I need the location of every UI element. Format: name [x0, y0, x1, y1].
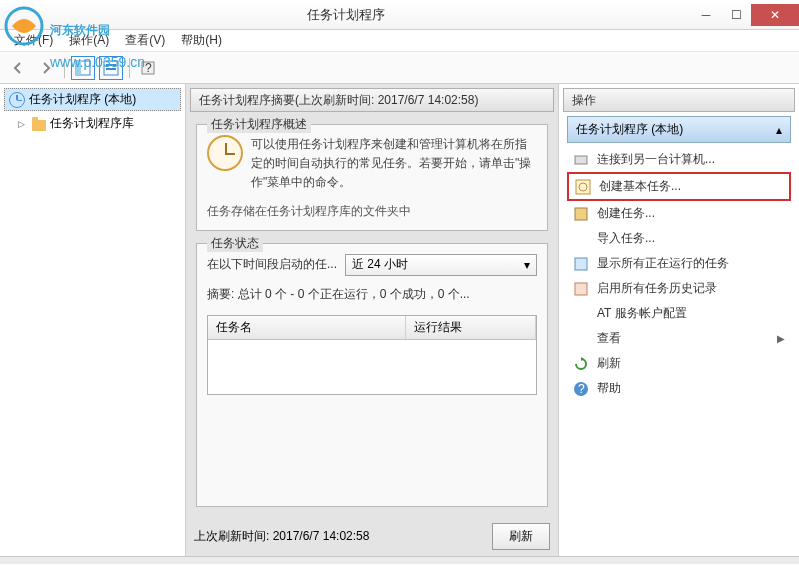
svg-rect-10 — [576, 180, 590, 194]
action-connect[interactable]: 连接到另一台计算机... — [567, 147, 791, 172]
window-title: 任务计划程序 — [0, 6, 691, 24]
menubar: 文件(F) 操作(A) 查看(V) 帮助(H) — [0, 30, 799, 52]
svg-rect-14 — [575, 283, 587, 295]
action-import-task[interactable]: 导入任务... — [567, 226, 791, 251]
refresh-row: 上次刷新时间: 2017/6/7 14:02:58 刷新 — [186, 517, 558, 556]
tree-pane: 任务计划程序 (本地) ▷ 任务计划程序库 — [0, 84, 186, 556]
clock-icon — [9, 92, 25, 108]
status-period-label: 在以下时间段启动的任... — [207, 256, 337, 273]
action-refresh[interactable]: 刷新 — [567, 351, 791, 376]
menu-action[interactable]: 操作(A) — [61, 30, 117, 51]
at-icon — [573, 306, 589, 322]
action-help[interactable]: ? 帮助 — [567, 376, 791, 401]
task-icon — [573, 206, 589, 222]
task-table: 任务名 运行结果 — [207, 315, 537, 395]
status-group: 任务状态 在以下时间段启动的任... 近 24 小时 ▾ 摘要: 总计 0 个 … — [196, 243, 548, 507]
refresh-button[interactable]: 刷新 — [492, 523, 550, 550]
tree-root[interactable]: 任务计划程序 (本地) — [4, 88, 181, 111]
maximize-button[interactable]: ☐ — [721, 4, 751, 26]
center-pane: 任务计划程序摘要(上次刷新时间: 2017/6/7 14:02:58) 任务计划… — [186, 84, 559, 556]
toolbar-separator — [64, 58, 65, 78]
col-task-name[interactable]: 任务名 — [208, 316, 406, 339]
tool-console-tree[interactable] — [71, 56, 95, 80]
tree-child[interactable]: ▷ 任务计划程序库 — [4, 113, 181, 134]
action-view[interactable]: 查看 ▶ — [567, 326, 791, 351]
svg-rect-12 — [575, 208, 587, 220]
action-label: 帮助 — [597, 380, 621, 397]
menu-help[interactable]: 帮助(H) — [173, 30, 230, 51]
connect-icon — [573, 152, 589, 168]
svg-rect-6 — [106, 68, 116, 70]
toolbar: ? — [0, 52, 799, 84]
forward-button[interactable] — [34, 56, 58, 80]
status-period-select[interactable]: 近 24 小时 ▾ — [345, 254, 537, 276]
action-label: 启用所有任务历史记录 — [597, 280, 717, 297]
action-enable-history[interactable]: 启用所有任务历史记录 — [567, 276, 791, 301]
last-refresh-label: 上次刷新时间: 2017/6/7 14:02:58 — [194, 528, 369, 545]
summary-bar: 任务计划程序摘要(上次刷新时间: 2017/6/7 14:02:58) — [190, 88, 554, 112]
chevron-right-icon: ▶ — [777, 333, 785, 344]
chevron-down-icon: ▾ — [524, 258, 530, 272]
folder-icon — [32, 120, 46, 131]
action-show-running[interactable]: 显示所有正在运行的任务 — [567, 251, 791, 276]
action-label: 查看 — [597, 330, 769, 347]
status-summary: 摘要: 总计 0 个 - 0 个正在运行，0 个成功，0 个... — [207, 286, 537, 303]
actions-title: 操作 — [563, 88, 795, 112]
action-label: 创建任务... — [597, 205, 655, 222]
svg-text:?: ? — [578, 382, 585, 396]
expand-icon[interactable]: ▷ — [18, 119, 28, 129]
action-label: 导入任务... — [597, 230, 655, 247]
tree-child-label: 任务计划程序库 — [50, 115, 134, 132]
minimize-button[interactable]: ─ — [691, 4, 721, 26]
history-icon — [573, 281, 589, 297]
action-label: 连接到另一台计算机... — [597, 151, 715, 168]
status-select-value: 近 24 小时 — [352, 256, 408, 273]
action-label: 创建基本任务... — [599, 178, 681, 195]
overview-legend: 任务计划程序概述 — [207, 118, 311, 133]
overview-group: 任务计划程序概述 可以使用任务计划程序来创建和管理计算机将在所指定的时间自动执行… — [196, 124, 548, 231]
toolbar-separator — [129, 58, 130, 78]
col-result[interactable]: 运行结果 — [406, 316, 536, 339]
status-bar — [0, 556, 799, 564]
running-icon — [573, 256, 589, 272]
svg-rect-9 — [575, 156, 587, 164]
status-legend: 任务状态 — [207, 235, 263, 252]
action-create-basic-task[interactable]: 创建基本任务... — [567, 172, 791, 201]
titlebar: 任务计划程序 ─ ☐ ✕ — [0, 0, 799, 30]
import-icon — [573, 231, 589, 247]
help-icon: ? — [573, 381, 589, 397]
back-button[interactable] — [6, 56, 30, 80]
overview-truncated: 任务存储在任务计划程序库的文件夹中 — [207, 203, 537, 220]
action-create-task[interactable]: 创建任务... — [567, 201, 791, 226]
svg-rect-3 — [76, 61, 81, 75]
view-icon — [573, 331, 589, 347]
tree-root-label: 任务计划程序 (本地) — [29, 91, 136, 108]
action-label: 显示所有正在运行的任务 — [597, 255, 729, 272]
clock-icon — [207, 135, 243, 171]
action-at-config[interactable]: AT 服务帐户配置 — [567, 301, 791, 326]
close-button[interactable]: ✕ — [751, 4, 799, 26]
collapse-icon[interactable]: ▴ — [776, 123, 782, 137]
basic-task-icon — [575, 179, 591, 195]
actions-header[interactable]: 任务计划程序 (本地) ▴ — [567, 116, 791, 143]
menu-file[interactable]: 文件(F) — [6, 30, 61, 51]
tool-help[interactable]: ? — [136, 56, 160, 80]
svg-rect-13 — [575, 258, 587, 270]
actions-header-label: 任务计划程序 (本地) — [576, 121, 683, 138]
refresh-icon — [573, 356, 589, 372]
actions-pane: 操作 任务计划程序 (本地) ▴ 连接到另一台计算机... 创建基本任务... … — [559, 84, 799, 556]
svg-text:?: ? — [145, 61, 152, 75]
action-label: AT 服务帐户配置 — [597, 305, 687, 322]
overview-text: 可以使用任务计划程序来创建和管理计算机将在所指定的时间自动执行的常见任务。若要开… — [251, 135, 537, 193]
tool-properties[interactable] — [99, 56, 123, 80]
action-label: 刷新 — [597, 355, 621, 372]
svg-rect-5 — [106, 64, 116, 66]
menu-view[interactable]: 查看(V) — [117, 30, 173, 51]
